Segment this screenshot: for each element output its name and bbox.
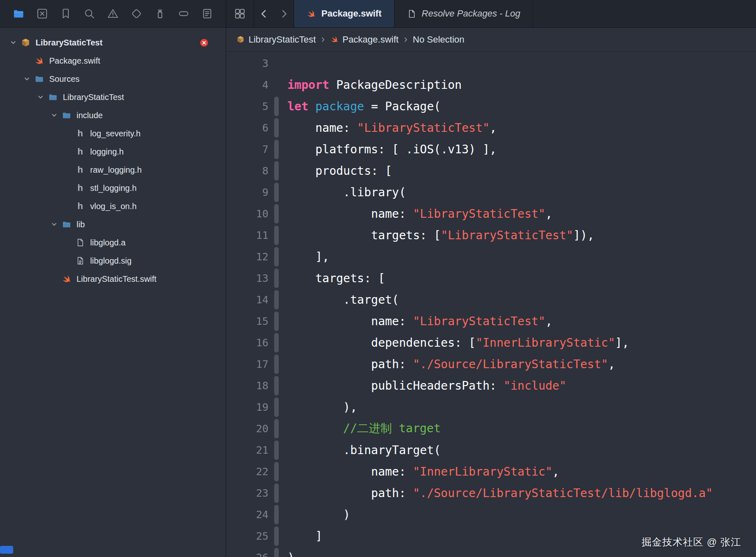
breadcrumb-item[interactable]: Package.swift bbox=[330, 34, 399, 45]
code-line-text[interactable]: ], bbox=[280, 250, 329, 264]
code-line-text[interactable]: name: "LibraryStaticTest", bbox=[280, 207, 553, 221]
search-icon[interactable] bbox=[81, 6, 97, 21]
tree-item[interactable]: LibraryStaticTest.swift bbox=[0, 270, 226, 288]
code-line-text[interactable]: //二进制 target bbox=[280, 421, 441, 436]
code-line-text[interactable]: import PackageDescription bbox=[280, 78, 462, 92]
tree-item[interactable]: hvlog_is_on.h bbox=[0, 197, 226, 215]
disclosure-chevron-icon[interactable] bbox=[48, 221, 60, 228]
swift-icon bbox=[60, 274, 73, 284]
tree-item[interactable]: libglogd.sig bbox=[0, 252, 226, 270]
project-navigator-icon[interactable] bbox=[11, 6, 26, 21]
breadcrumb-item[interactable]: No Selection bbox=[413, 34, 464, 45]
editor-layout-button[interactable] bbox=[226, 0, 254, 27]
code-token: = Package( bbox=[364, 100, 440, 113]
code-line-text[interactable]: ] bbox=[280, 529, 322, 543]
code-token: .target( bbox=[287, 293, 399, 307]
code-token: "./Source/LibraryStaticTest/lib/libglogd… bbox=[413, 486, 713, 500]
tree-item[interactable]: lib bbox=[0, 215, 226, 233]
line-number: 8 bbox=[226, 165, 274, 177]
tab-package-swift[interactable]: Package.swift bbox=[294, 0, 395, 27]
line-number: 20 bbox=[226, 423, 274, 435]
code-line-text[interactable]: name: "LibraryStaticTest", bbox=[280, 121, 497, 135]
code-line-text[interactable]: .binaryTarget( bbox=[280, 443, 441, 457]
tree-item[interactable]: LibraryStaticTest bbox=[0, 33, 226, 52]
code-line-text[interactable]: .library( bbox=[280, 186, 406, 199]
code-line-text[interactable]: let package = Package( bbox=[280, 100, 441, 113]
code-line-text[interactable]: targets: ["LibraryStaticTest"]), bbox=[280, 229, 594, 242]
code-line-text[interactable]: .target( bbox=[280, 293, 399, 307]
reports-icon[interactable] bbox=[199, 6, 215, 21]
code-token: ], bbox=[615, 336, 629, 350]
code-line-text[interactable]: name: "InnerLibraryStatic", bbox=[280, 465, 559, 478]
code-line-text[interactable]: platforms: [ .iOS(.v13) ], bbox=[280, 143, 497, 156]
line-number: 22 bbox=[226, 466, 274, 478]
code-line: 18 publicHeadersPath: "include" bbox=[226, 375, 756, 396]
code-line: 7 platforms: [ .iOS(.v13) ], bbox=[226, 138, 756, 160]
tree-item-label: libglogd.a bbox=[90, 238, 126, 248]
change-bar bbox=[274, 203, 280, 224]
code-line-text[interactable]: path: "./Source/LibraryStaticTest/lib/li… bbox=[280, 486, 713, 500]
change-bar bbox=[274, 246, 280, 267]
bookmark-icon[interactable] bbox=[58, 6, 74, 21]
line-number: 21 bbox=[226, 444, 274, 456]
breakpoints-icon[interactable] bbox=[176, 6, 191, 21]
change-bar bbox=[274, 160, 280, 181]
tree-item[interactable]: LibraryStaticTest bbox=[0, 88, 226, 106]
change-bar bbox=[274, 95, 280, 117]
code-line: 4import PackageDescription bbox=[226, 74, 756, 95]
tab-resolve-packages-log[interactable]: Resolve Packages - Log bbox=[395, 0, 533, 27]
code-editor[interactable]: 34import PackageDescription5let package … bbox=[226, 52, 756, 557]
code-line-text[interactable]: publicHeadersPath: "include" bbox=[280, 379, 566, 393]
code-token: publicHeadersPath: bbox=[287, 379, 504, 393]
line-number: 4 bbox=[226, 79, 274, 91]
source-control-icon[interactable] bbox=[34, 6, 50, 21]
tree-item-label: include bbox=[77, 111, 103, 120]
jump-bar: LibraryStaticTest›Package.swift›No Selec… bbox=[226, 28, 756, 52]
tree-item[interactable]: include bbox=[0, 106, 226, 124]
code-line: 15 name: "LibraryStaticTest", bbox=[226, 310, 756, 332]
disclosure-chevron-icon[interactable] bbox=[48, 112, 60, 119]
line-number: 26 bbox=[226, 552, 274, 557]
disclosure-chevron-icon[interactable] bbox=[7, 39, 19, 46]
watermark: 掘金技术社区 @ 张江 bbox=[641, 536, 741, 549]
disclosure-chevron-icon[interactable] bbox=[35, 94, 46, 100]
code-token: "InnerLibraryStatic" bbox=[476, 336, 615, 350]
code-token: name: bbox=[287, 314, 413, 328]
change-bar bbox=[274, 224, 280, 246]
change-bar bbox=[274, 310, 280, 332]
line-number: 7 bbox=[226, 143, 274, 155]
forward-button[interactable] bbox=[274, 0, 294, 27]
breadcrumb-item[interactable]: LibraryStaticTest bbox=[236, 34, 316, 45]
tree-item[interactable]: hraw_logging.h bbox=[0, 161, 226, 179]
tree-item[interactable]: libglogd.a bbox=[0, 233, 226, 252]
code-line-text[interactable]: dependencies: ["InnerLibraryStatic"], bbox=[280, 336, 629, 350]
code-line-text[interactable]: ) bbox=[280, 551, 294, 557]
tests-icon[interactable] bbox=[129, 6, 144, 21]
code-line-text[interactable]: products: [ bbox=[280, 164, 392, 178]
debug-icon[interactable] bbox=[152, 6, 168, 21]
code-line-text[interactable]: name: "LibraryStaticTest", bbox=[280, 314, 553, 328]
swift-icon bbox=[330, 35, 339, 44]
code-line: 9 .library( bbox=[226, 181, 756, 203]
code-token: targets: [ bbox=[287, 271, 385, 285]
issues-icon[interactable] bbox=[105, 6, 121, 21]
code-line-text[interactable]: path: "./Source/LibraryStaticTest", bbox=[280, 357, 615, 371]
code-line-text[interactable]: ), bbox=[280, 400, 357, 414]
code-line-text[interactable]: ) bbox=[280, 508, 350, 521]
code-token: name: bbox=[287, 207, 413, 221]
tree-item[interactable]: hlogging.h bbox=[0, 143, 226, 161]
tree-item[interactable]: hlog_severity.h bbox=[0, 124, 226, 143]
tree-item[interactable]: Package.swift bbox=[0, 52, 226, 70]
code-line: 10 name: "LibraryStaticTest", bbox=[226, 203, 756, 224]
code-token: "./Source/LibraryStaticTest" bbox=[413, 357, 608, 371]
code-line: 3 bbox=[226, 52, 756, 74]
breadcrumb-label: Package.swift bbox=[342, 34, 399, 45]
tree-item[interactable]: hstl_logging.h bbox=[0, 179, 226, 197]
code-line: 20 //二进制 target bbox=[226, 418, 756, 439]
error-badge-icon[interactable] bbox=[200, 38, 208, 47]
tree-item[interactable]: Sources bbox=[0, 70, 226, 88]
code-line-text[interactable]: targets: [ bbox=[280, 271, 385, 285]
back-button[interactable] bbox=[254, 0, 274, 27]
disclosure-chevron-icon[interactable] bbox=[21, 76, 33, 82]
code-token: products: [ bbox=[287, 164, 392, 178]
